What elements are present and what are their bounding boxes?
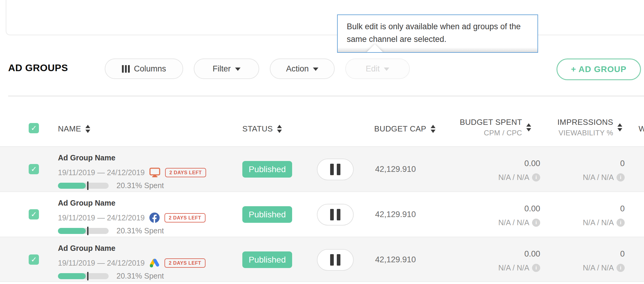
table-row: ✓ Ad Group Name 19/11/2019 — 24/12/2019 … [0, 146, 644, 191]
ad-group-name[interactable]: Ad Group Name [58, 199, 115, 207]
budget-cap-value: 42,129.910 [375, 165, 416, 174]
column-header-sublabel: VIEWABILITY % [543, 129, 613, 137]
impressions-cell: 0 N/A / N/A i [552, 204, 625, 227]
chevron-down-icon [313, 68, 318, 71]
checkmark-icon: ✓ [31, 256, 37, 263]
info-icon[interactable]: i [532, 173, 540, 181]
tooltip-text: Bulk edit is only available when ad grou… [347, 20, 528, 46]
progress-bar [58, 183, 109, 189]
filter-button-label: Filter [213, 64, 231, 74]
sort-icon[interactable] [277, 125, 282, 133]
column-header-budget-spent[interactable]: BUDGET SPENT CPM / CPC [438, 118, 531, 137]
viewability-value: N/A / N/A [583, 218, 614, 227]
viewability-value: N/A / N/A [583, 263, 614, 272]
row-checkbox[interactable]: ✓ [29, 254, 39, 265]
chevron-down-icon [235, 68, 241, 71]
progress-bar [58, 228, 109, 234]
cpm-cpc-value: N/A / N/A [498, 263, 529, 272]
columns-button[interactable]: Columns [105, 58, 183, 79]
column-header-name[interactable]: NAME [58, 124, 90, 134]
date-row: 19/11/2019 — 24/12/2019 2 DAYS LEFT [58, 167, 206, 178]
bulk-edit-tooltip: Bulk edit is only available when ad grou… [337, 14, 538, 53]
column-header-sublabel: CPM / CPC [438, 129, 522, 137]
section-divider [8, 96, 644, 96]
info-icon[interactable]: i [617, 264, 625, 272]
ad-group-name[interactable]: Ad Group Name [58, 244, 115, 253]
action-button[interactable]: Action [270, 58, 335, 79]
ad-group-name[interactable]: Ad Group Name [58, 153, 115, 162]
info-icon[interactable]: i [532, 264, 540, 272]
column-header-label: NAME [58, 124, 81, 134]
select-all-checkbox[interactable]: ✓ [29, 123, 39, 133]
table-row: ✓ Ad Group Name 19/11/2019 — 24/12/2019 … [0, 191, 644, 237]
facebook-channel-icon [149, 213, 160, 223]
impressions-cell: 0 N/A / N/A i [552, 159, 625, 182]
status-badge: Published [242, 251, 292, 268]
columns-icon [122, 65, 130, 73]
pause-button[interactable] [317, 159, 354, 180]
date-range: 19/11/2019 — 24/12/2019 [58, 168, 145, 177]
date-row: 19/11/2019 — 24/12/2019 2 DAYS LEFT [58, 257, 206, 269]
pause-button[interactable] [317, 249, 354, 271]
table-row: ✓ Ad Group Name 19/11/2019 — 24/12/2019 … [0, 237, 644, 282]
pause-icon [330, 164, 334, 175]
impressions-cell: 0 N/A / N/A i [552, 249, 625, 272]
info-icon[interactable]: i [617, 219, 625, 227]
progress-marker [87, 272, 88, 280]
budget-spent-value: 0.00 [465, 159, 540, 168]
budget-spent-cell: 0.00 N/A / N/A i [465, 249, 540, 272]
page-title: AD GROUPS [8, 62, 68, 74]
add-ad-group-button[interactable]: + AD GROUP [556, 58, 641, 80]
info-icon[interactable]: i [617, 173, 625, 181]
progress-row: 20.31% Spent [58, 272, 164, 280]
column-header-status[interactable]: STATUS [242, 124, 282, 134]
cpm-cpc-value: N/A / N/A [498, 173, 529, 182]
impressions-value: 0 [552, 159, 625, 168]
column-header-label: IMPRESSIONS [543, 118, 613, 127]
column-header-truncated: W [639, 124, 644, 134]
impressions-value: 0 [552, 204, 625, 213]
row-checkbox[interactable]: ✓ [29, 164, 39, 174]
pause-button[interactable] [317, 204, 354, 226]
column-header-impressions[interactable]: IMPRESSIONS VIEWABILITY % [543, 118, 622, 137]
progress-row: 20.31% Spent [58, 181, 164, 190]
sort-icon[interactable] [526, 123, 531, 131]
row-checkbox[interactable]: ✓ [29, 209, 39, 219]
date-row: 19/11/2019 — 24/12/2019 2 DAYS LEFT [58, 212, 206, 223]
table-header: ✓ NAME STATUS BUDGET CAP BUDGET SPENT CP… [0, 118, 644, 142]
info-icon[interactable]: i [532, 219, 540, 227]
google-ads-channel-icon [149, 258, 160, 268]
budget-cap-value: 42,129.910 [375, 210, 416, 219]
days-left-badge: 2 DAYS LEFT [164, 213, 205, 222]
progress-fill [58, 228, 86, 234]
pause-icon [330, 254, 334, 266]
impressions-value: 0 [552, 249, 625, 259]
toolbar: Columns Filter Action Edit [105, 58, 410, 79]
checkmark-icon: ✓ [31, 211, 37, 218]
ad-groups-table: ✓ Ad Group Name 19/11/2019 — 24/12/2019 … [0, 146, 644, 282]
column-header-label: STATUS [242, 124, 273, 134]
progress-row: 20.31% Spent [58, 226, 164, 235]
filter-button[interactable]: Filter [194, 58, 259, 79]
sort-icon[interactable] [85, 125, 90, 133]
spent-label: 20.31% Spent [116, 181, 164, 190]
checkmark-icon: ✓ [31, 166, 37, 173]
days-left-badge: 2 DAYS LEFT [165, 168, 206, 177]
column-header-label: BUDGET SPENT [438, 118, 522, 127]
status-badge: Published [242, 161, 292, 178]
spent-label: 20.31% Spent [116, 272, 164, 280]
budget-spent-value: 0.00 [465, 249, 540, 259]
action-button-label: Action [286, 64, 309, 74]
edit-button-label: Edit [366, 64, 380, 74]
column-header-label: BUDGET CAP [374, 124, 426, 134]
edit-button-disabled[interactable]: Edit [345, 58, 410, 79]
budget-spent-cell: 0.00 N/A / N/A i [465, 159, 540, 182]
display-channel-icon [149, 168, 160, 177]
budget-spent-cell: 0.00 N/A / N/A i [465, 204, 540, 227]
sort-icon[interactable] [431, 125, 435, 133]
columns-button-label: Columns [134, 64, 166, 74]
days-left-badge: 2 DAYS LEFT [164, 258, 205, 268]
sort-icon[interactable] [617, 123, 622, 131]
checkmark-icon: ✓ [31, 125, 37, 132]
column-header-budget-cap[interactable]: BUDGET CAP [374, 124, 435, 134]
